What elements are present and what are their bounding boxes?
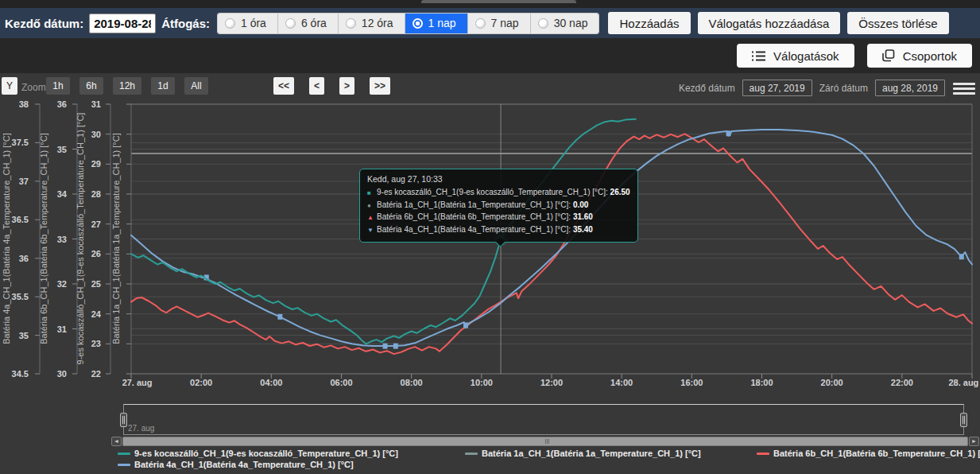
x-tick-label: 28. aug xyxy=(948,378,978,387)
y-axis-title: Batéria 4a_CH_1(Batéria 4a_Temperature_C… xyxy=(2,133,11,344)
selections-button-label: Válogatások xyxy=(773,49,839,63)
y-tick-label: 22 xyxy=(69,369,101,379)
span-option-1-óra[interactable]: 1 óra xyxy=(218,14,278,33)
copy-pages-icon xyxy=(882,49,895,62)
x-tick-label: 02:00 xyxy=(190,378,212,387)
span-option-7-nap[interactable]: 7 nap xyxy=(468,14,531,33)
span-option-label: 7 nap xyxy=(491,17,519,29)
span-option-label: 1 nap xyxy=(428,17,456,29)
legend-marker-icon xyxy=(118,453,130,455)
y-tick-label: 25 xyxy=(69,279,101,289)
span-option-label: 30 nap xyxy=(554,17,588,29)
y-tick-label: 29 xyxy=(69,159,101,169)
groups-button[interactable]: Csoportok xyxy=(867,44,972,68)
series-marker-icon: ● xyxy=(367,200,377,212)
y-tick-label: 30 xyxy=(69,130,101,139)
span-option-1-nap[interactable]: 1 nap xyxy=(405,14,468,33)
hozz-ad-s-button[interactable]: Hozzáadás xyxy=(608,12,690,34)
x-tick-label: 20:00 xyxy=(821,378,843,387)
span-option-6-óra[interactable]: 6 óra xyxy=(278,14,339,33)
navigator-left-handle[interactable] xyxy=(120,413,127,427)
x-tick-label: 18:00 xyxy=(750,378,773,387)
tooltip-row: ▼Batéria 4a_CH_1(Batéria 4a_Temperature_… xyxy=(367,224,630,237)
x-tick-label: 10:00 xyxy=(471,378,493,387)
legend-item-label: 9-es kocaszálló_CH_1(9-es kocaszálló_Tem… xyxy=(134,449,398,458)
y-tick-label: 35.5 xyxy=(0,292,29,301)
y-tick-label: 35 xyxy=(0,331,29,340)
navigator-right-handle[interactable] xyxy=(960,413,967,427)
radio-icon xyxy=(346,18,356,29)
span-label: Átfogás: xyxy=(161,17,210,30)
legend-item[interactable]: Batéria 1a_CH_1(Batéria 1a_Temperature_C… xyxy=(465,449,701,458)
series-marker-icon: ■ xyxy=(367,188,377,200)
legend-item[interactable]: Batéria 4a_CH_1(Batéria 4a_Temperature_C… xyxy=(118,460,354,469)
x-tick-label: 27. aug xyxy=(122,378,153,387)
actions-bar: Válogatások Csoportok xyxy=(0,38,980,73)
legend-marker-icon xyxy=(757,453,769,455)
legend-item-label: Batéria 1a_CH_1(Batéria 1a_Temperature_C… xyxy=(482,449,701,458)
toolbar-buttons: HozzáadásVálogatás hozzáadásaÖsszes törl… xyxy=(608,12,948,34)
legend-item[interactable]: 9-es kocaszálló_CH_1(9-es kocaszálló_Tem… xyxy=(118,449,398,458)
-sszes-t-rl-se-button[interactable]: Összes törlése xyxy=(847,12,948,34)
v-logat-s-hozz-ad-sa-button[interactable]: Válogatás hozzáadása xyxy=(698,12,841,34)
navigator-outline[interactable] xyxy=(123,404,964,435)
radio-icon xyxy=(475,18,486,29)
span-option-12-óra[interactable]: 12 óra xyxy=(339,14,405,33)
x-tick-label: 14:00 xyxy=(610,378,633,387)
y-tick-label: 35 xyxy=(35,145,67,154)
tooltip-header: Kedd, aug 27, 10:33 xyxy=(367,174,630,184)
tooltip-series-label: 9-es kocaszálló_CH_1(9-es kocaszálló_Tem… xyxy=(377,188,610,196)
y-tick-label: 28 xyxy=(69,189,101,199)
y-tick-label: 31 xyxy=(69,99,101,109)
span-option-label: 6 óra xyxy=(301,17,327,29)
start-date-label: Kezdő dátum: xyxy=(5,17,83,30)
y-tick-label: 37.5 xyxy=(0,138,29,147)
legend-item-label: Batéria 4a_CH_1(Batéria 4a_Temperature_C… xyxy=(134,460,354,469)
radio-icon xyxy=(225,18,235,29)
x-tick-label: 04:00 xyxy=(260,378,282,387)
series-marker-icon: ▼ xyxy=(367,225,377,237)
selections-button[interactable]: Válogatások xyxy=(737,44,854,68)
y-tick-label: 23 xyxy=(69,339,101,348)
x-tick-label: 08:00 xyxy=(401,378,423,387)
legend-marker-icon xyxy=(465,453,478,455)
y-tick-label: 38 xyxy=(0,99,29,109)
tooltip-series-label: Batéria 6b_CH_1(Batéria 6b_Temperature_C… xyxy=(377,212,573,221)
tooltip-series-value: 31.60 xyxy=(573,212,593,221)
radio-icon xyxy=(285,18,296,29)
numbered-list-icon xyxy=(752,50,765,62)
browser-top-strip xyxy=(0,0,980,8)
scrollbar-left-arrow-icon[interactable]: ◄ xyxy=(111,437,122,446)
y-tick-label: 32 xyxy=(35,279,67,289)
top-toolbar: Kezdő dátum: Átfogás: 1 óra6 óra12 óra1 … xyxy=(0,8,980,38)
chart-legend: 9-es kocaszálló_CH_1(9-es kocaszálló_Tem… xyxy=(0,449,980,472)
y-tick-label: 37 xyxy=(0,177,29,186)
radio-icon xyxy=(538,18,548,29)
span-option-label: 1 óra xyxy=(241,17,266,29)
x-tick-label: 12:00 xyxy=(540,378,563,387)
y-tick-label: 33 xyxy=(35,235,67,244)
legend-marker-icon xyxy=(118,464,130,466)
tooltip-series-value: 35.40 xyxy=(573,225,593,234)
tooltip-series-label: Batéria 4a_CH_1(Batéria 4a_Temperature_C… xyxy=(377,225,573,234)
browser-tab xyxy=(421,0,576,3)
scrollbar-thumb[interactable] xyxy=(122,437,968,446)
span-option-30-nap[interactable]: 30 nap xyxy=(531,14,599,33)
plot-area: Batéria 4a_CH_1(Batéria 4a_Temperature_C… xyxy=(0,73,980,474)
y-tick-label: 24 xyxy=(69,309,101,319)
y-tick-label: 36 xyxy=(35,99,67,109)
x-tick-label: 16:00 xyxy=(680,378,703,387)
y-tick-label: 26 xyxy=(69,249,101,258)
y-tick-label: 36.5 xyxy=(0,215,29,224)
y-axis-title: 9-es kocaszálló_CH_1(9-es kocaszálló_Tem… xyxy=(76,113,85,365)
start-date-input[interactable] xyxy=(89,14,156,33)
legend-item[interactable]: Batéria 6b_CH_1(Batéria 6b_Temperature_C… xyxy=(757,449,980,458)
y-tick-label: 34 xyxy=(35,189,67,199)
y-tick-label: 34.5 xyxy=(0,369,29,379)
y-tick-label: 31 xyxy=(35,324,67,334)
scrollbar-right-arrow-icon[interactable]: ► xyxy=(969,437,979,446)
tooltip-row: ▲Batéria 6b_CH_1(Batéria 6b_Temperature_… xyxy=(367,212,630,224)
radio-icon xyxy=(413,18,423,29)
tooltip-series-value: 0.00 xyxy=(573,200,588,209)
navigator-range-label: 27. aug xyxy=(128,424,154,433)
